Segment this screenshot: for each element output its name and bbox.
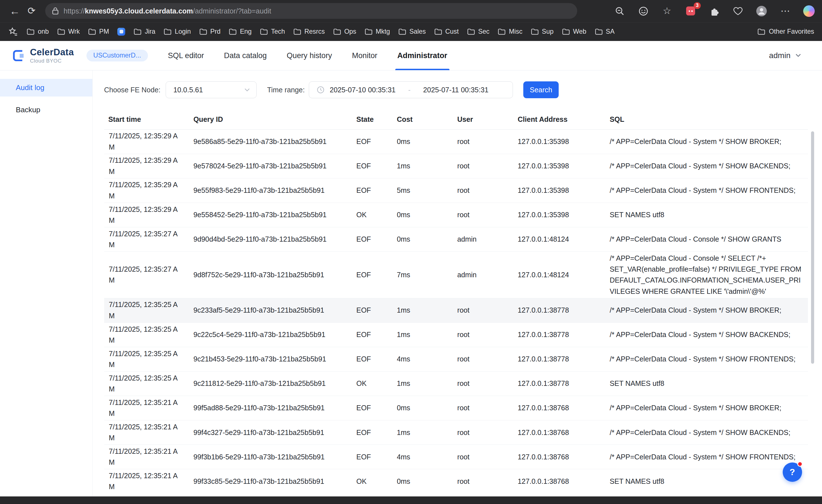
clock-icon	[317, 86, 325, 94]
cell-sql: /* APP=CelerData Cloud - System */ SHOW …	[605, 129, 808, 154]
bookmark-item[interactable]: SA	[594, 27, 615, 36]
bookmark-item[interactable]: Tech	[260, 27, 285, 36]
extensions-button[interactable]	[709, 5, 720, 17]
bookmark-item[interactable]: Misc	[497, 27, 523, 36]
cell-cost: 0ms	[393, 469, 453, 493]
nav-tab-label: Query history	[287, 51, 332, 60]
cell-client-address: 127.0.0.1:48124	[513, 251, 605, 298]
cell-query-id: 99f5ad88-5e29-11f0-a73b-121ba25b5b91	[189, 396, 352, 420]
bookmark-item[interactable]: Login	[163, 27, 191, 36]
cell-state: EOF	[352, 178, 392, 202]
profile-button[interactable]	[756, 5, 767, 17]
back-button[interactable]: ←	[6, 3, 23, 19]
zoom-out-button[interactable]	[614, 5, 626, 17]
folder-icon	[595, 28, 603, 35]
cell-user: root	[453, 323, 513, 347]
bookmark-label: Tech	[271, 28, 285, 35]
cell-query-id: 99f3b1b6-5e29-11f0-a73b-121ba25b5b91	[189, 445, 352, 469]
nav-tab[interactable]: SQL editor	[168, 41, 204, 70]
column-header: Start time	[104, 110, 189, 129]
cell-query-id: 9c22c5c4-5e29-11f0-a73b-121ba25b5b91	[189, 323, 352, 347]
bookmark-item[interactable]: Sales	[398, 27, 426, 36]
bookmark-item[interactable]: PM	[88, 27, 109, 36]
favorites-bar-button[interactable]	[7, 26, 19, 37]
sidebar-item[interactable]: Backup	[0, 101, 92, 119]
column-header: State	[352, 110, 392, 129]
bookmark-label: Mktg	[376, 28, 390, 35]
cell-state: EOF	[352, 251, 392, 298]
bookmark-item[interactable]: Wrk	[57, 27, 80, 36]
bookmark-item[interactable]: onb	[26, 27, 49, 36]
bookmark-item[interactable]: Resrcs	[293, 27, 325, 36]
bookmark-item[interactable]: Prd	[199, 27, 221, 36]
feedback-button[interactable]	[638, 5, 649, 17]
cell-start-time: 7/11/2025, 12:35:21 AM	[104, 420, 189, 445]
cell-start-time: 7/11/2025, 12:35:29 AM	[104, 178, 189, 202]
cell-user: root	[453, 420, 513, 445]
time-from-value: 2025-07-10 00:35:31	[330, 86, 396, 94]
bookmark-item[interactable]: Cust	[434, 27, 459, 36]
address-bar[interactable]: https://knwes05y3.cloud.celerdata.com/ad…	[45, 3, 577, 19]
profile-avatar-icon	[756, 5, 767, 17]
url-path: /administrator/?tab=audit	[193, 7, 271, 15]
folder-icon	[333, 28, 341, 35]
cell-user: admin	[453, 227, 513, 251]
fe-node-value: 10.0.5.61	[173, 86, 203, 94]
bookmark-item[interactable]	[117, 27, 126, 37]
password-extension-button[interactable]: 3	[685, 5, 697, 17]
folder-icon	[27, 28, 35, 35]
bookmark-item[interactable]: Ops	[333, 27, 357, 36]
cell-sql: /* APP=CelerData Cloud - Console */ SELE…	[605, 251, 808, 298]
cell-start-time: 7/11/2025, 12:35:27 AM	[104, 251, 189, 298]
browser-essentials-button[interactable]	[732, 5, 744, 17]
copilot-button[interactable]	[803, 5, 815, 17]
bookmark-item[interactable]: Jira	[133, 27, 156, 36]
help-button[interactable]: ?	[783, 462, 802, 482]
fe-node-select[interactable]: 10.0.5.61	[166, 81, 257, 98]
folder-icon	[57, 28, 65, 35]
app-header: CelerData Cloud BYOC USCustomerD... SQL …	[0, 41, 822, 70]
user-menu[interactable]: admin	[769, 51, 822, 60]
more-menu-button[interactable]: ⋯	[780, 5, 791, 17]
folder-icon	[293, 28, 301, 35]
cell-sql: /* APP=CelerData Cloud - System */ SHOW …	[605, 178, 808, 202]
nav-tab[interactable]: Data catalog	[224, 41, 267, 70]
bookmark-item[interactable]: Eng	[229, 27, 253, 36]
cell-client-address: 127.0.0.1:38768	[513, 469, 605, 493]
workspace-badge[interactable]: USCustomerD...	[86, 50, 148, 61]
table-row: 7/11/2025, 12:35:25 AM 9c211812-5e29-11f…	[104, 371, 808, 396]
folder-icon	[531, 28, 539, 35]
cell-query-id: 9e578024-5e29-11f0-a73b-121ba25b5b91	[189, 154, 352, 178]
cell-cost: 1ms	[393, 298, 453, 323]
sidebar: Audit log Backup	[0, 70, 93, 496]
column-header: User	[453, 110, 513, 129]
favorite-page-button[interactable]: ☆	[661, 5, 673, 17]
reload-button[interactable]: ⟳	[23, 3, 40, 19]
cell-client-address: 127.0.0.1:35398	[513, 154, 605, 178]
other-favorites-button[interactable]: Other Favorites	[757, 27, 815, 36]
search-button[interactable]: Search	[523, 81, 558, 98]
cell-start-time: 7/11/2025, 12:35:29 AM	[104, 129, 189, 154]
cell-start-time: 7/11/2025, 12:35:21 AM	[104, 396, 189, 420]
bookmark-item[interactable]: Web	[561, 27, 587, 36]
cell-start-time: 7/11/2025, 12:35:25 AM	[104, 371, 189, 396]
nav-tab[interactable]: Administrator	[397, 41, 447, 70]
cell-state: EOF	[352, 396, 392, 420]
nav-tab[interactable]: Query history	[287, 41, 332, 70]
table-row: 7/11/2025, 12:35:29 AM 9e578024-5e29-11f…	[104, 154, 808, 178]
table-scrollbar[interactable]	[811, 131, 814, 364]
folder-icon	[199, 28, 207, 35]
bookmark-item[interactable]: Sup	[530, 27, 554, 36]
time-range-picker[interactable]: 2025-07-10 00:35:31 - 2025-07-11 00:35:3…	[309, 81, 513, 98]
cell-query-id: 9d90d4bd-5e29-11f0-a73b-121ba25b5b91	[189, 227, 352, 251]
reload-icon: ⟳	[27, 6, 35, 16]
sidebar-item[interactable]: Audit log	[0, 79, 92, 97]
bookmark-label: Login	[175, 28, 191, 35]
nav-tab[interactable]: Monitor	[352, 41, 377, 70]
folder-icon	[498, 28, 506, 35]
help-button-label: ?	[790, 467, 795, 477]
audit-table: Start time Query ID State Cost User Clie…	[104, 110, 808, 493]
table-row: 7/11/2025, 12:35:21 AM 99f33c85-5e29-11f…	[104, 469, 808, 493]
bookmark-item[interactable]: Mktg	[364, 27, 391, 36]
bookmark-item[interactable]: Sec	[467, 27, 490, 36]
